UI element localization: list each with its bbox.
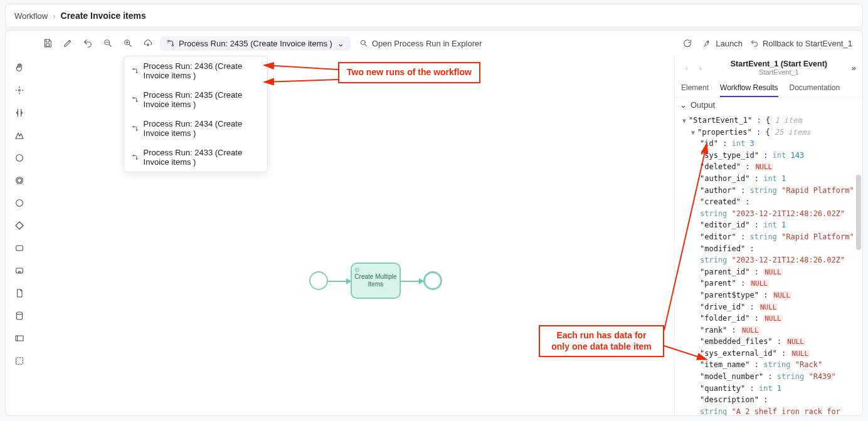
svg-rect-22: [16, 336, 23, 341]
gear-icon: ⚙: [354, 266, 360, 274]
page-title: Create Invoice items: [61, 11, 146, 21]
flow-icon: [132, 95, 139, 104]
process-run-option-label: Process Run: 2434 (Create Invoice items …: [144, 119, 260, 138]
process-run-option[interactable]: Process Run: 2436 (Create Invoice items …: [124, 56, 267, 85]
svg-point-14: [16, 155, 23, 162]
properties-panel: ‹ › StartEvent_1 (Start Event) StartEven…: [674, 56, 862, 415]
expand-panel-button[interactable]: »: [852, 63, 856, 73]
svg-point-17: [16, 200, 23, 207]
end-event-tool[interactable]: [13, 196, 26, 210]
pool-tool[interactable]: [13, 331, 26, 345]
tab-workflow-results[interactable]: Workflow Results: [720, 80, 778, 97]
process-run-option[interactable]: Process Run: 2433 (Create Invoice items …: [124, 143, 267, 172]
hand-tool[interactable]: [13, 61, 26, 75]
rollback-icon: [750, 39, 759, 48]
launch-label: Launch: [716, 39, 743, 48]
scrollbar[interactable]: [856, 175, 861, 250]
flow-icon: [132, 66, 139, 75]
svg-line-2: [109, 44, 111, 46]
flow-icon: [132, 153, 139, 162]
bpmn-sequence-flow[interactable]: [401, 281, 423, 282]
rocket-icon: [703, 39, 712, 48]
json-output-tree[interactable]: ▼"StartEvent_1" : { 1 item▼"properties" …: [675, 112, 862, 415]
prev-element-button[interactable]: ‹: [681, 63, 692, 73]
svg-rect-24: [16, 358, 23, 365]
chevron-down-icon: ⌄: [680, 100, 687, 110]
toolbar: Process Run: 2435 (Create Invoice items …: [33, 31, 862, 56]
undo-button[interactable]: [80, 35, 96, 51]
zoom-in-button[interactable]: [120, 35, 136, 51]
svg-point-13: [19, 90, 21, 91]
chevron-right-icon: ›: [53, 11, 55, 21]
panel-subtitle: StartEvent_1: [710, 68, 848, 76]
tab-element[interactable]: Element: [681, 80, 709, 97]
subprocess-tool[interactable]: [13, 264, 26, 278]
refresh-button[interactable]: [679, 35, 696, 51]
lasso-tool[interactable]: [13, 83, 26, 97]
breadcrumb-root[interactable]: Workflow: [14, 11, 48, 21]
search-icon: [359, 39, 368, 48]
svg-rect-18: [16, 246, 23, 251]
connect-tool[interactable]: [13, 128, 26, 142]
space-tool[interactable]: [13, 106, 26, 120]
svg-point-10: [361, 40, 365, 44]
next-element-button[interactable]: ›: [695, 63, 706, 73]
process-run-option-label: Process Run: 2433 (Create Invoice items …: [144, 148, 260, 167]
open-in-explorer-label: Open Process Run in Explorer: [372, 39, 482, 48]
chevron-down-icon: ⌄: [337, 39, 344, 48]
bpmn-start-event[interactable]: [309, 271, 328, 290]
process-run-option[interactable]: Process Run: 2435 (Create Invoice items …: [124, 85, 267, 114]
rollback-button[interactable]: Rollback to StartEvent_1: [750, 39, 852, 48]
process-run-option-label: Process Run: 2435 (Create Invoice items …: [144, 90, 260, 109]
cloud-download-button[interactable]: [140, 35, 156, 51]
bpmn-sequence-flow[interactable]: [328, 281, 351, 282]
svg-point-16: [18, 179, 22, 183]
data-store-tool[interactable]: [13, 309, 26, 323]
flow-icon: [166, 39, 175, 48]
start-event-tool[interactable]: [13, 151, 26, 165]
gateway-tool[interactable]: [13, 219, 26, 232]
breadcrumb: Workflow › Create Invoice items: [5, 4, 863, 28]
process-run-option-label: Process Run: 2436 (Create Invoice items …: [144, 61, 260, 80]
panel-title: StartEvent_1 (Start Event): [710, 60, 848, 68]
intermediate-event-tool[interactable]: [13, 174, 26, 187]
bpmn-task[interactable]: ⚙ Create Multiple Items: [351, 262, 401, 299]
rollback-label: Rollback to StartEvent_1: [763, 39, 852, 48]
flow-icon: [132, 124, 139, 133]
bpmn-task-label: Create Multiple Items: [354, 273, 397, 288]
svg-line-11: [365, 44, 367, 46]
zoom-out-button[interactable]: [100, 35, 116, 51]
svg-rect-20: [19, 271, 21, 273]
bpmn-diagram: ⚙ Create Multiple Items: [309, 262, 442, 299]
tool-palette: [6, 31, 33, 415]
launch-button[interactable]: Launch: [703, 39, 743, 48]
bpmn-end-event[interactable]: [423, 271, 442, 290]
svg-rect-19: [16, 268, 23, 273]
save-button[interactable]: [40, 35, 56, 51]
process-run-dropdown: Process Run: 2436 (Create Invoice items …: [124, 56, 268, 172]
output-section-header[interactable]: ⌄ Output: [675, 98, 862, 112]
open-in-explorer-link[interactable]: Open Process Run in Explorer: [354, 36, 487, 51]
process-run-selector[interactable]: Process Run: 2435 (Create Invoice items …: [160, 36, 351, 51]
svg-line-5: [129, 44, 131, 46]
process-run-option[interactable]: Process Run: 2434 (Create Invoice items …: [124, 114, 267, 143]
task-tool[interactable]: [13, 241, 26, 255]
svg-point-21: [16, 312, 22, 314]
tab-documentation[interactable]: Documentation: [790, 80, 840, 97]
svg-rect-0: [46, 44, 49, 46]
group-tool[interactable]: [13, 354, 26, 368]
output-label: Output: [691, 100, 715, 110]
selected-run-label: Process Run: 2435 (Create Invoice items …: [179, 39, 332, 48]
data-object-tool[interactable]: [13, 286, 26, 300]
svg-point-12: [707, 41, 709, 43]
edit-button[interactable]: [60, 35, 76, 51]
